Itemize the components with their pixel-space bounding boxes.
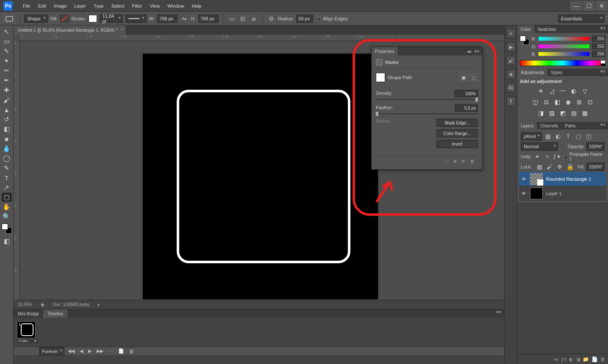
menu-image[interactable]: Image [50,0,71,11]
tab-paths[interactable]: Paths [561,122,579,130]
threshold-icon[interactable]: ◩ [558,108,567,118]
filter-smart-icon[interactable]: ◫ [584,132,593,141]
navigator-icon[interactable]: ◉ [41,302,44,307]
blur-tool-icon[interactable]: 💧 [2,144,12,153]
unify-style-icon[interactable]: ƒ✦ [553,152,561,161]
panel-menu-icon[interactable]: ▾≡ [475,49,480,54]
tool-preset-icon[interactable] [3,14,15,23]
menu-window[interactable]: Window [164,0,188,11]
brush-dock-icon[interactable]: 🖌 [506,56,516,65]
layer-name[interactable]: Rounded Rectangle 1 [546,176,591,182]
pixel-mask-icon[interactable]: ▣ [459,74,468,81]
fx-icon[interactable]: ƒx [561,356,566,362]
layer-thumbnail[interactable] [530,188,543,199]
brightness-icon[interactable]: ☀ [536,86,545,96]
tab-mini-bridge[interactable]: Mini Bridge [14,309,43,318]
menu-type[interactable]: Type [90,0,108,11]
gradmap-icon[interactable]: ▤ [569,108,578,118]
panel-menu-icon[interactable]: ▾≡ [598,69,608,76]
curves-icon[interactable]: 〰 [558,86,567,96]
document-tab[interactable]: Untitled-1 @ 55,6% (Rounded Rectangle 1,… [14,25,126,35]
timeline-frame[interactable]: 1 [17,321,36,338]
align-icon[interactable]: ⊟ [239,14,247,23]
radius-input[interactable] [296,14,313,23]
unify-pos-icon[interactable]: ✦ [533,152,541,161]
filter-shape-icon[interactable]: ▢ [574,132,583,141]
r-input[interactable] [592,36,605,42]
history-dock-icon[interactable]: ≡ [506,29,516,38]
filter-adjust-icon[interactable]: ◐ [554,132,562,141]
fill-swatch[interactable] [60,15,69,22]
tab-channels[interactable]: Channels [537,122,561,130]
pen-tool-icon[interactable]: ✎ [2,163,12,173]
hue-strip[interactable] [520,60,605,66]
crop-tool-icon[interactable]: ✂ [2,66,12,75]
adjustment-layer-icon[interactable]: ◑ [576,356,580,362]
brush-tool-icon[interactable]: 🖌 [2,95,12,105]
layer-name[interactable]: Layer 1 [546,191,562,196]
density-slider[interactable] [376,99,478,100]
colorlookup-icon[interactable]: ⊡ [586,97,595,107]
tab-layers[interactable]: Layers [517,122,537,130]
minimize-button[interactable]: — [570,1,582,11]
width-input[interactable] [157,14,178,23]
loop-dropdown[interactable]: Forever [39,347,64,356]
close-button[interactable]: ✕ [596,1,608,11]
mask-icon[interactable]: ◐ [569,356,573,362]
b-input[interactable] [592,51,605,57]
visibility-icon[interactable]: 👁 [521,191,527,196]
disable-mask-icon[interactable]: 👁 [461,159,466,164]
tab-styles[interactable]: Styles [547,69,566,76]
blend-mode-dropdown[interactable]: Normal [521,142,558,151]
doc-size-display[interactable]: Doc: 3,00M/0 bytes [53,302,89,307]
feather-input[interactable] [455,104,478,112]
hue-icon[interactable]: ◫ [530,97,540,107]
eraser-tool-icon[interactable]: ◧ [2,124,12,134]
clone-dock-icon[interactable]: ◈ [506,69,516,79]
dodge-tool-icon[interactable]: ◯ [2,154,12,163]
new-layer-icon[interactable]: 📄 [591,356,598,362]
status-menu-icon[interactable]: ▸ [98,302,100,307]
lock-transparency-icon[interactable]: ▦ [535,163,544,171]
invert-button[interactable]: Invert [436,140,478,148]
height-input[interactable] [198,14,219,23]
channelmixer-icon[interactable]: ⊞ [575,97,584,107]
density-input[interactable] [455,90,478,97]
menu-edit[interactable]: Edit [34,0,50,11]
lock-position-icon[interactable]: ✥ [555,163,564,171]
rounded-rectangle-shape[interactable] [177,90,350,263]
delete-mask-icon[interactable]: 🗑 [470,159,475,164]
character-dock-icon[interactable]: A| [506,83,516,92]
pathop-icon[interactable]: ▭ [228,14,236,23]
link-layers-icon[interactable]: ⇋ [554,356,558,362]
maximize-button[interactable]: ☐ [583,1,595,11]
bw-icon[interactable]: ◧ [552,97,562,107]
lock-all-icon[interactable]: 🔒 [566,163,574,171]
filter-dropdown[interactable]: ρ Kind [521,132,542,141]
vector-mask-icon[interactable]: ▢ [469,74,478,81]
eyedropper-tool-icon[interactable]: ✒ [2,76,12,85]
fill-input[interactable]: 100% [586,163,605,171]
rounded-rect-tool-icon[interactable]: ▢ [2,193,12,202]
play-icon[interactable]: ▶ [86,348,93,354]
foreground-background-colors[interactable] [2,223,12,234]
group-icon[interactable]: 📁 [583,356,589,362]
exposure-icon[interactable]: ◐ [569,86,578,96]
photofilter-icon[interactable]: ◉ [564,97,573,107]
invert-icon[interactable]: ◨ [536,108,545,118]
posterize-icon[interactable]: ▨ [547,108,556,118]
next-frame-icon[interactable]: ▶▶ [95,348,105,354]
arrange-icon[interactable]: ≣ [250,14,258,23]
mask-edge-button[interactable]: Mask Edge... [436,119,478,127]
tab-swatches[interactable]: Swatches [534,25,559,33]
hand-tool-icon[interactable]: ✋ [2,202,12,212]
vibrance-icon[interactable]: ▽ [580,86,589,96]
delete-layer-icon[interactable]: 🗑 [600,356,605,362]
tab-adjustments[interactable]: Adjustments [517,69,547,76]
lasso-tool-icon[interactable]: ✎ [2,47,12,56]
colorbalance-icon[interactable]: ⚖ [541,97,551,107]
g-input[interactable] [592,43,605,50]
propagate-checkbox[interactable] [563,154,568,159]
opacity-input[interactable]: 100% [586,142,605,151]
feather-slider[interactable] [376,113,478,114]
